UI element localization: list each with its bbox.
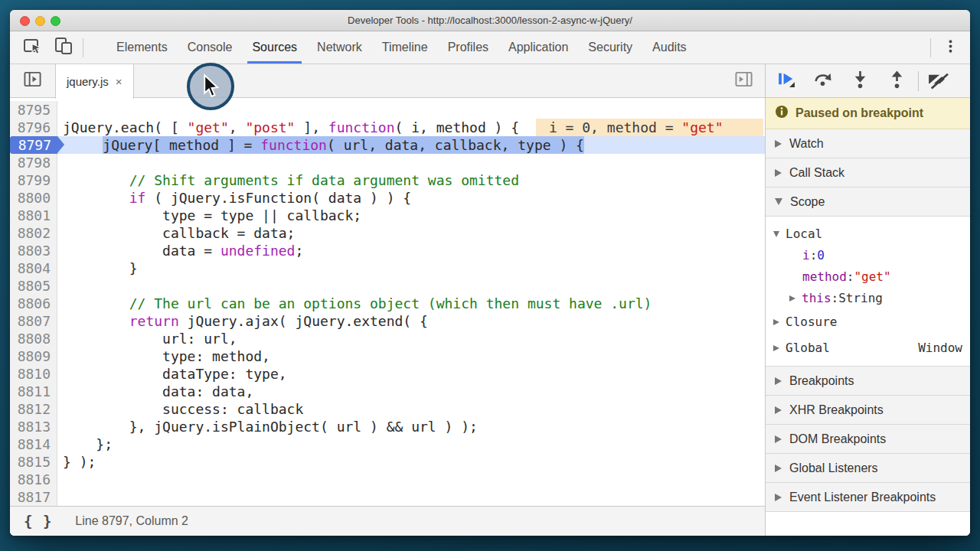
- code-line: 8800 if ( jQuery.isFunction( data ) ) {: [10, 189, 765, 207]
- line-number[interactable]: 8816: [10, 471, 57, 488]
- tab-console[interactable]: Console: [178, 31, 243, 64]
- code-text[interactable]: data: data,: [57, 383, 765, 400]
- code-line: 8811 data: data,: [10, 383, 765, 400]
- code-text[interactable]: // Shift arguments if data argument was …: [57, 171, 765, 189]
- line-number[interactable]: 8814: [10, 435, 57, 453]
- pretty-print-button[interactable]: { }: [24, 513, 52, 530]
- variable-value: 0: [817, 245, 825, 266]
- tab-application[interactable]: Application: [498, 31, 578, 64]
- section-global-listeners[interactable]: Global Listeners: [766, 454, 970, 483]
- code-text[interactable]: jQuery[ method ] = function( url, data, …: [57, 136, 765, 154]
- code-text[interactable]: type: method,: [57, 347, 765, 365]
- step-into-button[interactable]: [850, 70, 871, 91]
- close-button[interactable]: [20, 16, 30, 26]
- code-text[interactable]: [57, 154, 765, 171]
- code-lines: 87958796jQuery.each( [ "get", "post" ], …: [10, 101, 765, 506]
- close-tab-icon[interactable]: ×: [116, 75, 122, 88]
- line-number[interactable]: 8803: [10, 242, 57, 259]
- line-number[interactable]: 8808: [10, 330, 57, 347]
- minimize-button[interactable]: [35, 16, 45, 26]
- tab-profiles[interactable]: Profiles: [438, 31, 498, 64]
- step-over-button[interactable]: [813, 70, 834, 91]
- code-text[interactable]: data = undefined;: [57, 242, 765, 259]
- line-number[interactable]: 8811: [10, 383, 57, 400]
- resume-button[interactable]: [776, 70, 797, 91]
- section-breakpoints[interactable]: Breakpoints: [766, 367, 970, 396]
- line-number[interactable]: 8796: [10, 119, 57, 136]
- scope-global[interactable]: GlobalWindow: [766, 337, 970, 359]
- window-titlebar: Developer Tools - http://localhost:3000/…: [10, 10, 970, 31]
- scope-closure[interactable]: Closure: [766, 311, 970, 333]
- section-event-listener-breakpoints[interactable]: Event Listener Breakpoints: [766, 483, 970, 512]
- breakpoint-line-number[interactable]: 8797: [10, 136, 57, 154]
- code-text[interactable]: }: [57, 259, 765, 277]
- line-number[interactable]: 8815: [10, 453, 57, 471]
- section-dom-breakpoints[interactable]: DOM Breakpoints: [766, 425, 970, 454]
- line-number[interactable]: 8817: [10, 488, 57, 506]
- line-number[interactable]: 8802: [10, 224, 57, 242]
- variable-name: method: [802, 266, 847, 288]
- step-out-button[interactable]: [887, 70, 907, 91]
- navigator-toggle-button[interactable]: [22, 70, 43, 91]
- code-text[interactable]: } );: [57, 453, 765, 471]
- scope-var-this[interactable]: this: String: [766, 288, 970, 309]
- line-number[interactable]: 8800: [10, 189, 57, 207]
- scope-object-type: Window: [918, 337, 962, 359]
- line-number[interactable]: 8801: [10, 207, 57, 224]
- tab-audits[interactable]: Audits: [642, 31, 696, 64]
- window-title: Developer Tools - http://localhost:3000/…: [348, 15, 632, 26]
- tab-network[interactable]: Network: [307, 31, 372, 64]
- tab-elements[interactable]: Elements: [106, 31, 178, 64]
- line-number[interactable]: 8806: [10, 295, 57, 312]
- code-line: 8809 type: method,: [10, 347, 765, 365]
- inspect-button[interactable]: [22, 37, 43, 58]
- line-number[interactable]: 8810: [10, 365, 57, 383]
- line-number[interactable]: 8805: [10, 277, 57, 295]
- file-tab-jquery[interactable]: jquery.js ×: [55, 64, 134, 99]
- code-text[interactable]: return jQuery.ajax( jQuery.extend( {: [57, 312, 765, 330]
- code-text[interactable]: if ( jQuery.isFunction( data ) ) {: [57, 189, 765, 207]
- code-text[interactable]: success: callback: [57, 400, 765, 418]
- code-text[interactable]: [57, 471, 765, 488]
- code-text[interactable]: }, jQuery.isPlainObject( url ) && url ) …: [57, 418, 765, 435]
- mouse-cursor: [203, 73, 219, 99]
- scope-local[interactable]: Local: [766, 223, 970, 245]
- code-text[interactable]: [57, 488, 765, 506]
- code-editor[interactable]: 87958796jQuery.each( [ "get", "post" ], …: [10, 98, 765, 506]
- code-line: 8817: [10, 488, 765, 506]
- code-text[interactable]: callback = data;: [57, 224, 765, 242]
- section-watch[interactable]: Watch: [766, 129, 970, 158]
- line-number[interactable]: 8812: [10, 400, 57, 418]
- devtools-toolbar: ElementsConsoleSourcesNetworkTimelinePro…: [10, 31, 970, 64]
- section-xhr-breakpoints[interactable]: XHR Breakpoints: [766, 396, 970, 425]
- line-number[interactable]: 8795: [10, 101, 57, 119]
- step-over-icon: [813, 69, 834, 93]
- tab-timeline[interactable]: Timeline: [372, 31, 438, 64]
- section-scope[interactable]: Scope: [766, 187, 970, 217]
- code-text[interactable]: // The url can be an options object (whi…: [57, 295, 765, 312]
- overflow-menu-icon: [942, 37, 959, 58]
- code-text[interactable]: dataType: type,: [57, 365, 765, 383]
- code-text[interactable]: jQuery.each( [ "get", "post" ], function…: [57, 119, 765, 136]
- code-line: 8803 data = undefined;: [10, 242, 765, 259]
- line-number[interactable]: 8799: [10, 171, 57, 189]
- code-text[interactable]: url: url,: [57, 330, 765, 347]
- line-number[interactable]: 8813: [10, 418, 57, 435]
- line-number[interactable]: 8798: [10, 154, 57, 171]
- line-number[interactable]: 8804: [10, 259, 57, 277]
- chevron-right-icon: [775, 465, 782, 472]
- section-call-stack[interactable]: Call Stack: [766, 158, 970, 187]
- deactivate-breakpoints-button[interactable]: [927, 70, 948, 91]
- code-text[interactable]: [57, 101, 765, 119]
- tab-sources[interactable]: Sources: [242, 31, 307, 64]
- editor-panel-toggle-button[interactable]: [733, 70, 754, 91]
- zoom-button[interactable]: [51, 16, 60, 26]
- tab-security[interactable]: Security: [578, 31, 642, 64]
- line-number[interactable]: 8809: [10, 347, 57, 365]
- device-toolbar-button[interactable]: [53, 37, 74, 58]
- code-text[interactable]: [57, 277, 765, 295]
- overflow-menu-button[interactable]: [940, 37, 961, 58]
- code-text[interactable]: };: [57, 435, 765, 453]
- line-number[interactable]: 8807: [10, 312, 57, 330]
- code-text[interactable]: type = type || callback;: [57, 207, 765, 224]
